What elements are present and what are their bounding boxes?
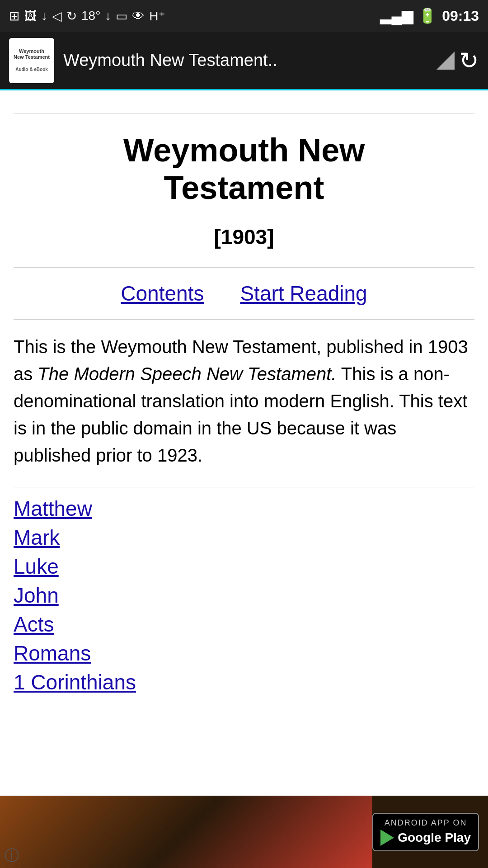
contents-link[interactable]: Contents — [121, 281, 204, 306]
ad-banner: ANDROID APP ON Google Play — [0, 796, 488, 868]
image-icon: 🖼 — [24, 9, 37, 24]
mark-link[interactable]: Mark — [14, 526, 60, 549]
list-item: Matthew — [14, 496, 474, 521]
app-bar-title: Weymouth New Testament.. — [54, 51, 436, 70]
list-item: Luke — [14, 554, 474, 579]
clock: 09:13 — [442, 8, 479, 24]
john-link[interactable]: John — [14, 584, 59, 607]
signal-icon: ▂▄▆ — [380, 7, 413, 24]
romans-link[interactable]: Romans — [14, 642, 91, 665]
1corinthians-link[interactable]: 1 Corinthians — [14, 670, 136, 694]
refresh-button[interactable]: ↻ — [459, 47, 479, 74]
book-list: Matthew Mark Luke John Acts Romans 1 Cor… — [14, 496, 474, 694]
book-year: [1903] — [14, 225, 474, 249]
download2-icon: ↓ — [105, 9, 111, 23]
luke-link[interactable]: Luke — [14, 555, 59, 578]
list-item: 1 Corinthians — [14, 670, 474, 694]
status-bar: ⊞ 🖼 ↓ ◁ ↻ 18° ↓ ▭ 👁 H⁺ ▂▄▆ 🔋 09:13 — [0, 0, 488, 32]
book-title: Weymouth NewTestament — [14, 132, 474, 207]
list-item: Mark — [14, 525, 474, 550]
mid-divider — [14, 267, 474, 268]
info-icon[interactable]: ⓘ — [5, 846, 19, 866]
main-content: Weymouth NewTestament [1903] Contents St… — [0, 90, 488, 694]
play-triangle-icon — [380, 830, 394, 846]
send-icon: ◁ — [52, 9, 62, 24]
temperature-label: 18° — [81, 9, 100, 23]
android-app-label: ANDROID APP ON — [385, 818, 467, 828]
battery-icon: 🔋 — [418, 7, 436, 24]
signal-corner-icon — [436, 52, 455, 70]
top-divider — [14, 113, 474, 113]
app-bar: WeymouthNew TestamentAudio & eBook Weymo… — [0, 32, 488, 90]
download-icon: ↓ — [41, 9, 47, 23]
status-bar-left-icons: ⊞ 🖼 ↓ ◁ ↻ 18° ↓ ▭ 👁 H⁺ — [9, 9, 165, 24]
tablet-icon: ▭ — [116, 9, 127, 24]
refresh-icon: ↻ — [66, 9, 77, 24]
description-text: This is the Weymouth New Testament, publ… — [14, 333, 474, 469]
eye-icon: 👁 — [132, 9, 145, 24]
nav-links: Contents Start Reading — [14, 281, 474, 306]
ad-image[interactable] — [0, 796, 372, 868]
list-item: Romans — [14, 641, 474, 665]
list-item: John — [14, 583, 474, 608]
acts-link[interactable]: Acts — [14, 613, 54, 636]
google-play-label: Google Play — [398, 830, 471, 845]
list-item: Acts — [14, 612, 474, 637]
bottom-divider — [14, 319, 474, 320]
google-play-badge[interactable]: ANDROID APP ON Google Play — [372, 813, 479, 851]
add-icon: ⊞ — [9, 9, 19, 24]
hplus-icon: H⁺ — [149, 9, 165, 24]
status-bar-right-icons: ▂▄▆ 🔋 09:13 — [380, 7, 479, 24]
google-play-row: Google Play — [380, 830, 471, 846]
matthew-link[interactable]: Matthew — [14, 497, 92, 520]
app-icon: WeymouthNew TestamentAudio & eBook — [9, 38, 54, 83]
list-divider — [14, 487, 474, 487]
start-reading-link[interactable]: Start Reading — [240, 281, 367, 306]
